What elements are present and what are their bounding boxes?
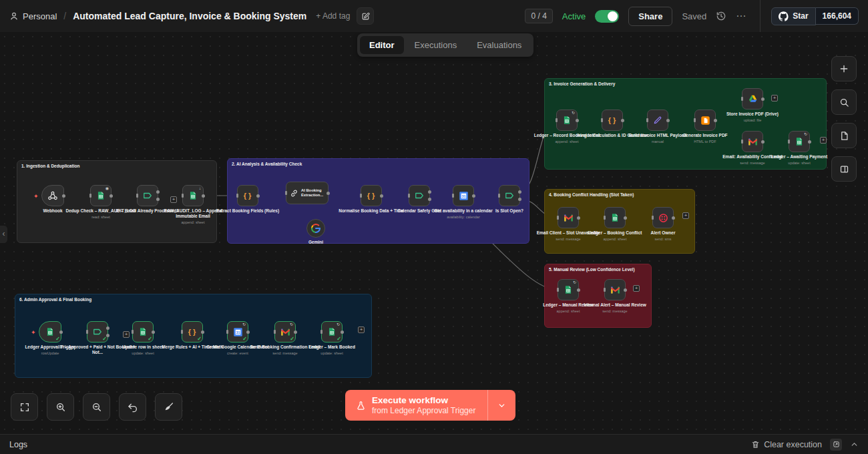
popout-icon — [833, 441, 840, 448]
node-create-cal[interactable]: 31↻✓Create Google Calendar Eventcreate: … — [227, 321, 248, 343]
search-nodes-button[interactable] — [831, 89, 857, 115]
tab-executions[interactable]: Executions — [405, 36, 467, 54]
google-sheets-icon: ↻ — [558, 279, 579, 300]
workflow-canvas[interactable]: POSTtruefalseModel*Modeltruefalsetruefal… — [0, 0, 868, 454]
rename-button[interactable] — [357, 7, 374, 25]
node-ledger-booked[interactable]: ↻✓Ledger – Mark Bookedupdate: sheet — [321, 321, 343, 343]
success-check-icon: ✓ — [197, 336, 202, 342]
node-email-client[interactable]: Email Client – Slot Unavailablesend: mes… — [558, 207, 579, 228]
node-build-html[interactable]: Build Invoice HTML Payloadmanual — [647, 109, 668, 131]
refresh-badge-icon: ↻ — [572, 111, 575, 115]
trigger-issue-marker: ✦ — [31, 330, 36, 336]
execute-options-button[interactable] — [487, 390, 515, 421]
code-icon: { } — [361, 185, 382, 206]
node-approval-trigger[interactable]: ✓Ledger Approval TriggerrowUpdate — [39, 321, 61, 343]
tidy-up-button[interactable] — [155, 393, 182, 421]
node-ledger-conflict[interactable]: Ledger – Booking Conflictappend: sheet — [604, 207, 626, 228]
node-update-row[interactable]: ✓Update row in sheetupdate: sheet — [132, 321, 154, 343]
add-node-button[interactable] — [831, 56, 857, 81]
add-node-stub[interactable]: + — [682, 212, 689, 219]
node-normalise[interactable]: { }Normalise Booking Data + Time — [361, 185, 382, 206]
undo-button[interactable] — [119, 393, 146, 421]
chevron-down-icon — [497, 401, 506, 410]
google-sheets-icon: ✓ — [132, 321, 154, 343]
node-dedup[interactable]: ◉Dedup Check – RAW_AUDIT_LOGread: sheet — [90, 185, 112, 206]
google-sheets-icon: ✓ — [39, 321, 61, 343]
group-g3[interactable]: 3. Invoice Generation & Delivery — [544, 78, 827, 170]
code-icon: { }✓ — [182, 321, 203, 343]
group-label: 3. Invoice Generation & Delivery — [549, 81, 615, 86]
google-sheets-icon: ◉ — [90, 185, 112, 206]
github-star-button[interactable]: Star — [771, 7, 815, 25]
node-ai-booking[interactable]: AI Booking Extraction... — [286, 182, 329, 204]
node-raw-append[interactable]: ↓RAW_AUDIT_LOG – Append Immutable Emaila… — [182, 185, 204, 206]
node-get-avail[interactable]: 31Get availability in a calendaravailabi… — [453, 185, 474, 206]
clear-execution-button[interactable]: Clear execution — [751, 440, 822, 449]
node-if-email[interactable]: IF – Email Already Processed? — [137, 185, 158, 206]
node-ledger-record[interactable]: ↻Ledger – Record Booking Intentappend: s… — [556, 109, 578, 131]
execute-workflow-button[interactable]: Execute workflow from Ledger Approval Tr… — [345, 390, 515, 421]
logs-bar[interactable]: Logs Clear execution — [0, 434, 868, 454]
success-check-icon: ✓ — [148, 336, 152, 342]
node-email-confirm[interactable]: Email: Availability Confirmedsend: messa… — [742, 131, 763, 152]
node-is-slot[interactable]: Is Slot Open? — [499, 185, 520, 206]
add-node-stub[interactable]: + — [170, 196, 177, 203]
project-breadcrumb[interactable]: Personal — [9, 11, 57, 21]
gmail-icon — [604, 279, 626, 300]
node-extract[interactable]: { }Extract Booking Fields (Rules) — [237, 185, 258, 206]
fit-view-button[interactable] — [11, 393, 38, 421]
github-star-count[interactable]: 166,604 — [816, 7, 859, 25]
popout-logs-button[interactable] — [830, 439, 842, 451]
node-webhook[interactable]: Webhook — [41, 185, 64, 206]
add-node-stub[interactable]: + — [820, 137, 827, 144]
node-gen-pdf[interactable]: Generate Invoice PDFHTML to PDF — [694, 109, 716, 131]
active-label: Active — [562, 11, 586, 21]
active-toggle[interactable] — [595, 10, 619, 23]
workflow-title[interactable]: Automated Lead Capture, Invoice & Bookin… — [73, 11, 306, 21]
node-cal-gate[interactable]: Calendar Safety Gate — [409, 185, 430, 206]
google-drive-icon — [742, 88, 763, 109]
node-invoice-calc[interactable]: { }Invoice Calculation & ID Generator — [602, 109, 623, 131]
split-panel-button[interactable] — [831, 156, 857, 182]
zoom-out-icon — [91, 402, 102, 413]
add-tag-button[interactable]: + Add tag — [316, 11, 350, 21]
group-label: 6. Admin Approval & Final Booking — [19, 297, 91, 302]
project-name: Personal — [23, 11, 57, 21]
refresh-badge-icon: ↻ — [573, 280, 576, 284]
node-send-booking[interactable]: ↻✓Send Booking Confirmation Emailsend: m… — [274, 321, 296, 343]
node-if-approved[interactable]: ✓IF – Approved + Paid + Not Booked + Not… — [87, 321, 108, 343]
node-merge-rules[interactable]: { }✓Merge Rules + AI + Time Math — [182, 321, 203, 343]
sticky-note-button[interactable] — [831, 123, 857, 148]
node-alert-owner[interactable]: Alert Ownersend: sms — [652, 207, 674, 228]
tab-evaluations[interactable]: Evaluations — [467, 36, 531, 54]
collapse-left-panel-button[interactable]: ‹ — [0, 226, 7, 243]
zoom-in-button[interactable] — [47, 393, 74, 421]
node-ledger-awaiting[interactable]: ↻Ledger – Awaiting Paymentupdate: sheet — [789, 131, 810, 152]
canvas-bottom-toolbar — [11, 393, 182, 421]
more-menu-button[interactable]: ⋯ — [736, 10, 746, 22]
tab-editor[interactable]: Editor — [360, 36, 404, 54]
add-node-stub[interactable]: + — [633, 285, 640, 292]
history-button[interactable] — [716, 11, 726, 21]
google-calendar-icon: 31 — [453, 185, 474, 206]
google-sheets-icon: ↻ — [556, 109, 578, 131]
canvas-side-toolbar — [831, 56, 857, 182]
expand-logs-button[interactable] — [850, 440, 859, 449]
node-gemini[interactable]: Gemini — [306, 219, 325, 238]
node-ledger-manual[interactable]: ↻Ledger – Manual Reviewappend: sheet — [558, 279, 579, 300]
node-internal-alert[interactable]: Internal Alert – Manual Reviewsend: mess… — [604, 279, 626, 300]
zoom-out-button[interactable] — [83, 393, 110, 421]
n8n-workflow-editor: POSTtruefalseModel*Modeltruefalsetruefal… — [0, 0, 868, 454]
sticky-note-icon — [839, 131, 849, 141]
gmail-icon — [558, 207, 579, 228]
refresh-badge-icon: ↻ — [337, 322, 340, 326]
node-store-drive[interactable]: Store Invoice PDF (Drive)upload: file — [742, 88, 763, 109]
refresh-badge-icon: ↻ — [804, 132, 807, 136]
add-node-stub[interactable]: + — [358, 326, 365, 333]
add-node-stub[interactable]: + — [771, 95, 778, 101]
share-button[interactable]: Share — [628, 7, 672, 26]
group-label: 4. Booking Conflict Handling (Slot Taken… — [549, 192, 634, 197]
tidy-up-icon — [164, 402, 174, 413]
add-node-stub[interactable]: + — [123, 331, 130, 338]
execute-workflow-sublabel: from Ledger Approval Trigger — [372, 406, 475, 415]
